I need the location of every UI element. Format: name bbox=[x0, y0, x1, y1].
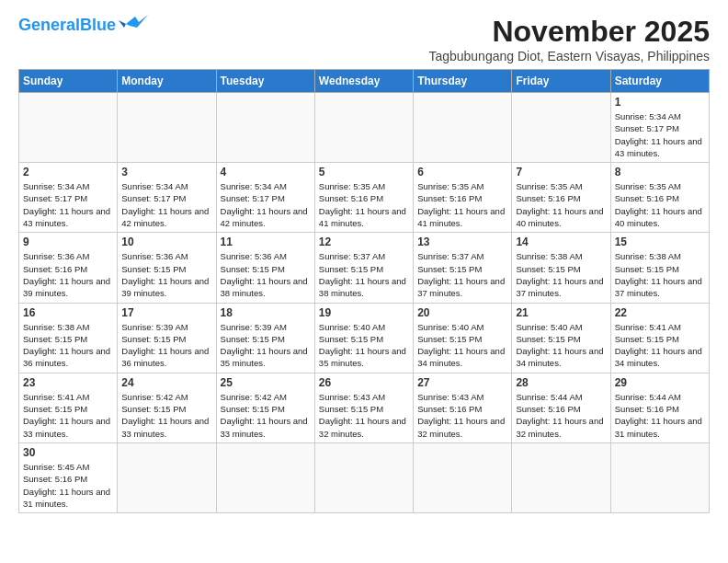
table-row: 11Sunrise: 5:36 AM Sunset: 5:15 PM Dayli… bbox=[216, 233, 314, 303]
day-info: Sunrise: 5:36 AM Sunset: 5:15 PM Dayligh… bbox=[221, 250, 311, 299]
table-row bbox=[512, 93, 610, 163]
table-row bbox=[512, 442, 610, 512]
header: GeneralBlue November 2025 Tagbubungang D… bbox=[18, 15, 710, 63]
day-number: 30 bbox=[23, 446, 113, 459]
logo: GeneralBlue bbox=[18, 15, 148, 35]
table-row: 13Sunrise: 5:37 AM Sunset: 5:15 PM Dayli… bbox=[414, 233, 512, 303]
day-info: Sunrise: 5:39 AM Sunset: 5:15 PM Dayligh… bbox=[121, 321, 211, 370]
table-row: 1Sunrise: 5:34 AM Sunset: 5:17 PM Daylig… bbox=[610, 93, 709, 163]
table-row bbox=[19, 93, 118, 163]
day-info: Sunrise: 5:41 AM Sunset: 5:15 PM Dayligh… bbox=[615, 321, 705, 370]
day-info: Sunrise: 5:43 AM Sunset: 5:15 PM Dayligh… bbox=[319, 391, 409, 440]
day-info: Sunrise: 5:38 AM Sunset: 5:15 PM Dayligh… bbox=[23, 321, 113, 370]
day-info: Sunrise: 5:35 AM Sunset: 5:16 PM Dayligh… bbox=[516, 180, 606, 229]
day-info: Sunrise: 5:41 AM Sunset: 5:15 PM Dayligh… bbox=[23, 391, 113, 440]
day-info: Sunrise: 5:40 AM Sunset: 5:15 PM Dayligh… bbox=[417, 321, 507, 370]
day-info: Sunrise: 5:37 AM Sunset: 5:15 PM Dayligh… bbox=[417, 250, 507, 299]
col-thursday: Thursday bbox=[414, 70, 512, 93]
day-number: 22 bbox=[615, 306, 705, 319]
day-number: 18 bbox=[221, 306, 311, 319]
day-number: 19 bbox=[319, 306, 409, 319]
day-number: 5 bbox=[319, 166, 409, 178]
day-info: Sunrise: 5:43 AM Sunset: 5:16 PM Dayligh… bbox=[417, 391, 507, 440]
table-row: 7Sunrise: 5:35 AM Sunset: 5:16 PM Daylig… bbox=[512, 163, 610, 233]
day-number: 11 bbox=[221, 236, 311, 248]
col-tuesday: Tuesday bbox=[216, 70, 314, 93]
col-saturday: Saturday bbox=[610, 70, 709, 93]
table-row: 8Sunrise: 5:35 AM Sunset: 5:16 PM Daylig… bbox=[610, 163, 709, 233]
day-number: 4 bbox=[221, 166, 311, 178]
col-friday: Friday bbox=[512, 70, 610, 93]
day-info: Sunrise: 5:42 AM Sunset: 5:15 PM Dayligh… bbox=[221, 391, 311, 440]
table-row: 12Sunrise: 5:37 AM Sunset: 5:15 PM Dayli… bbox=[314, 233, 413, 303]
day-number: 17 bbox=[121, 306, 211, 319]
day-info: Sunrise: 5:34 AM Sunset: 5:17 PM Dayligh… bbox=[221, 180, 311, 229]
calendar-week-row: 9Sunrise: 5:36 AM Sunset: 5:16 PM Daylig… bbox=[19, 233, 710, 303]
day-info: Sunrise: 5:35 AM Sunset: 5:16 PM Dayligh… bbox=[615, 180, 705, 229]
calendar: Sunday Monday Tuesday Wednesday Thursday… bbox=[18, 69, 710, 513]
day-number: 1 bbox=[615, 96, 705, 109]
logo-general: General bbox=[18, 16, 80, 34]
subtitle: Tagbubungang Diot, Eastern Visayas, Phil… bbox=[428, 49, 710, 63]
table-row: 16Sunrise: 5:38 AM Sunset: 5:15 PM Dayli… bbox=[19, 303, 118, 373]
col-monday: Monday bbox=[118, 70, 216, 93]
calendar-header-row: Sunday Monday Tuesday Wednesday Thursday… bbox=[19, 70, 710, 93]
table-row: 10Sunrise: 5:36 AM Sunset: 5:15 PM Dayli… bbox=[118, 233, 216, 303]
day-info: Sunrise: 5:36 AM Sunset: 5:16 PM Dayligh… bbox=[23, 250, 113, 299]
day-info: Sunrise: 5:38 AM Sunset: 5:15 PM Dayligh… bbox=[516, 250, 606, 299]
logo-blue: Blue bbox=[80, 16, 116, 34]
table-row bbox=[216, 442, 314, 512]
day-number: 8 bbox=[615, 166, 705, 178]
svg-marker-1 bbox=[119, 20, 126, 28]
table-row: 19Sunrise: 5:40 AM Sunset: 5:15 PM Dayli… bbox=[314, 303, 413, 373]
day-number: 13 bbox=[417, 236, 507, 248]
day-number: 25 bbox=[221, 376, 311, 389]
day-number: 6 bbox=[417, 166, 507, 178]
table-row: 23Sunrise: 5:41 AM Sunset: 5:15 PM Dayli… bbox=[19, 373, 118, 442]
table-row bbox=[414, 93, 512, 163]
day-info: Sunrise: 5:42 AM Sunset: 5:15 PM Dayligh… bbox=[121, 391, 211, 440]
day-info: Sunrise: 5:44 AM Sunset: 5:16 PM Dayligh… bbox=[615, 391, 705, 440]
table-row: 30Sunrise: 5:45 AM Sunset: 5:16 PM Dayli… bbox=[19, 442, 118, 512]
logo-bird-icon bbox=[119, 15, 148, 35]
table-row: 2Sunrise: 5:34 AM Sunset: 5:17 PM Daylig… bbox=[19, 163, 118, 233]
table-row: 25Sunrise: 5:42 AM Sunset: 5:15 PM Dayli… bbox=[216, 373, 314, 442]
table-row bbox=[118, 442, 216, 512]
day-number: 29 bbox=[615, 376, 705, 389]
title-area: November 2025 Tagbubungang Diot, Eastern… bbox=[428, 15, 710, 63]
day-number: 21 bbox=[516, 306, 606, 319]
day-number: 9 bbox=[23, 236, 113, 248]
table-row bbox=[216, 93, 314, 163]
col-sunday: Sunday bbox=[19, 70, 118, 93]
day-info: Sunrise: 5:34 AM Sunset: 5:17 PM Dayligh… bbox=[121, 180, 211, 229]
day-info: Sunrise: 5:39 AM Sunset: 5:15 PM Dayligh… bbox=[221, 321, 311, 370]
day-number: 24 bbox=[121, 376, 211, 389]
svg-marker-0 bbox=[126, 15, 148, 28]
table-row bbox=[414, 442, 512, 512]
table-row: 15Sunrise: 5:38 AM Sunset: 5:15 PM Dayli… bbox=[610, 233, 709, 303]
calendar-week-row: 16Sunrise: 5:38 AM Sunset: 5:15 PM Dayli… bbox=[19, 303, 710, 373]
day-number: 3 bbox=[121, 166, 211, 178]
day-number: 26 bbox=[319, 376, 409, 389]
day-info: Sunrise: 5:37 AM Sunset: 5:15 PM Dayligh… bbox=[319, 250, 409, 299]
table-row: 28Sunrise: 5:44 AM Sunset: 5:16 PM Dayli… bbox=[512, 373, 610, 442]
table-row: 14Sunrise: 5:38 AM Sunset: 5:15 PM Dayli… bbox=[512, 233, 610, 303]
day-info: Sunrise: 5:34 AM Sunset: 5:17 PM Dayligh… bbox=[615, 110, 705, 159]
day-number: 7 bbox=[516, 166, 606, 178]
table-row: 22Sunrise: 5:41 AM Sunset: 5:15 PM Dayli… bbox=[610, 303, 709, 373]
table-row: 9Sunrise: 5:36 AM Sunset: 5:16 PM Daylig… bbox=[19, 233, 118, 303]
day-number: 15 bbox=[615, 236, 705, 248]
table-row: 21Sunrise: 5:40 AM Sunset: 5:15 PM Dayli… bbox=[512, 303, 610, 373]
day-info: Sunrise: 5:40 AM Sunset: 5:15 PM Dayligh… bbox=[319, 321, 409, 370]
day-info: Sunrise: 5:38 AM Sunset: 5:15 PM Dayligh… bbox=[615, 250, 705, 299]
day-info: Sunrise: 5:34 AM Sunset: 5:17 PM Dayligh… bbox=[23, 180, 113, 229]
day-info: Sunrise: 5:45 AM Sunset: 5:16 PM Dayligh… bbox=[23, 461, 113, 510]
table-row bbox=[610, 442, 709, 512]
table-row bbox=[314, 442, 413, 512]
day-number: 27 bbox=[417, 376, 507, 389]
table-row bbox=[118, 93, 216, 163]
day-number: 23 bbox=[23, 376, 113, 389]
table-row: 24Sunrise: 5:42 AM Sunset: 5:15 PM Dayli… bbox=[118, 373, 216, 442]
calendar-week-row: 1Sunrise: 5:34 AM Sunset: 5:17 PM Daylig… bbox=[19, 93, 710, 163]
table-row: 5Sunrise: 5:35 AM Sunset: 5:16 PM Daylig… bbox=[314, 163, 413, 233]
